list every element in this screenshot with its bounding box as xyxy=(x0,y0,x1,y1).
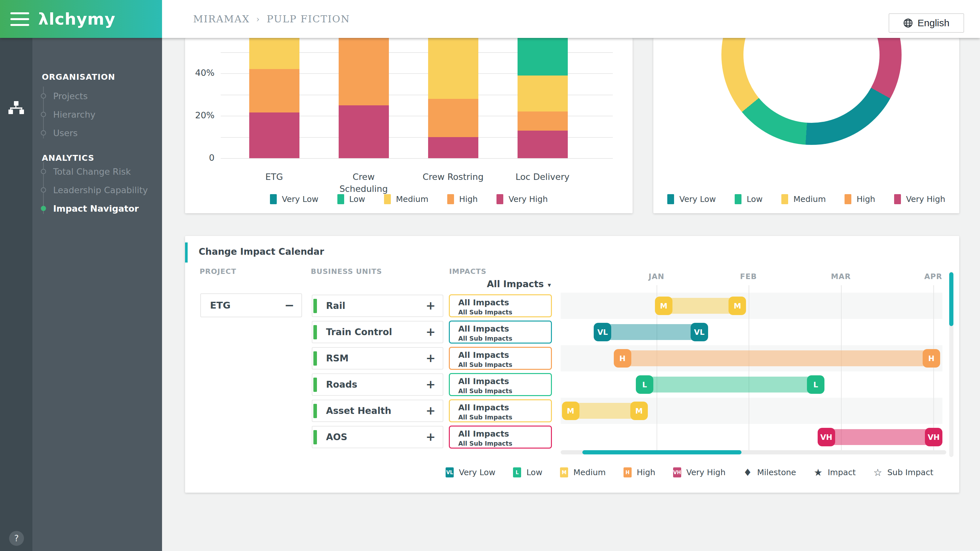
hierarchy-icon[interactable] xyxy=(8,101,24,117)
business-unit-accent-bar xyxy=(313,377,317,392)
business-unit-label: Roads xyxy=(326,379,357,390)
gantt-bar-end-handle[interactable]: VL xyxy=(690,323,708,341)
bar-segment-very_high xyxy=(339,105,389,159)
gantt-bar-end-handle[interactable]: M xyxy=(630,401,648,420)
expand-unit-button[interactable]: + xyxy=(426,351,436,365)
legend-item-medium: MMedium xyxy=(560,467,606,478)
gantt-bar-rail[interactable]: MM xyxy=(655,296,746,315)
expand-unit-button[interactable]: + xyxy=(426,299,436,312)
sidebar-item-total-change-risk[interactable]: Total Change Risk xyxy=(32,165,162,178)
help-button[interactable]: ? xyxy=(9,531,24,546)
column-header-impacts: IMPACTS xyxy=(449,268,487,276)
legend-swatch-medium xyxy=(384,194,391,204)
breadcrumb-item[interactable]: MIRAMAX xyxy=(193,13,250,25)
gantt-bar-start-handle[interactable]: M xyxy=(655,296,673,315)
project-card: ETG − xyxy=(200,293,302,317)
business-unit-accent-bar xyxy=(313,351,317,366)
impacts-filter-dropdown[interactable]: All Impacts▾ xyxy=(449,279,551,290)
gantt-bar-end-handle[interactable]: M xyxy=(729,296,746,315)
language-button[interactable]: English xyxy=(889,13,964,33)
impact-box-title: All Impacts xyxy=(458,377,509,386)
month-label-jan: JAN xyxy=(637,272,676,281)
business-unit-card-rsm[interactable]: RSM+ xyxy=(312,347,443,369)
business-unit-label: AOS xyxy=(326,432,347,443)
legend-label: Sub Impact xyxy=(887,468,933,477)
calendar-legend: VLVery LowLLowMMediumHHighVHVery High♦Mi… xyxy=(445,467,933,478)
business-unit-label: RSM xyxy=(326,353,349,364)
sidebar-item-users[interactable]: Users xyxy=(32,126,162,139)
business-unit-accent-bar xyxy=(313,325,317,339)
impact-box-aos[interactable]: All ImpactsAll Sub Impacts xyxy=(449,425,552,449)
gantt-bar-end-handle[interactable]: VH xyxy=(925,428,942,446)
business-unit-card-rail[interactable]: Rail+ xyxy=(312,295,443,317)
business-unit-card-aos[interactable]: AOS+ xyxy=(312,426,443,448)
business-unit-accent-bar xyxy=(313,404,317,418)
sidebar-item-impact-navigator[interactable]: Impact Navigator xyxy=(32,202,162,215)
y-axis-tick-label: 0 xyxy=(189,153,215,163)
gantt-bar-fill xyxy=(819,429,941,445)
business-unit-card-asset-health[interactable]: Asset Health+ xyxy=(312,400,443,422)
gantt-bar-rsm[interactable]: HH xyxy=(614,349,940,368)
icon-rail: ? DS xyxy=(0,38,32,551)
gantt-bar-end-handle[interactable]: H xyxy=(923,349,940,368)
expand-unit-button[interactable]: + xyxy=(426,430,436,443)
gantt-bar-end-handle[interactable]: L xyxy=(807,375,824,394)
expand-unit-button[interactable]: + xyxy=(426,404,436,417)
legend-label: Medium xyxy=(573,468,606,477)
gantt-bar-start-handle[interactable]: L xyxy=(636,375,653,394)
expand-unit-button[interactable]: + xyxy=(426,325,436,338)
active-dot-icon xyxy=(41,206,46,211)
vertical-scroll-thumb[interactable] xyxy=(949,272,953,326)
legend-label: Very High xyxy=(686,468,725,477)
bar-etg xyxy=(249,38,299,158)
impact-box-rsm[interactable]: All ImpactsAll Sub Impacts xyxy=(449,347,552,370)
impact-box-subtitle: All Sub Impacts xyxy=(458,414,512,421)
gantt-bar-start-handle[interactable]: M xyxy=(562,401,579,420)
business-unit-card-train-control[interactable]: Train Control+ xyxy=(312,321,443,343)
risk-donut-chart-card: Very LowLowMediumHighVery High xyxy=(653,38,959,213)
gantt-bar-asset-health[interactable]: MM xyxy=(562,401,648,420)
sidebar-item-leadership-capability[interactable]: Leadership Capability xyxy=(32,183,162,196)
legend-item: Very High xyxy=(894,194,945,204)
gantt-bar-start-handle[interactable]: H xyxy=(614,349,631,368)
change-impact-calendar-card: Change Impact Calendar PROJECT BUSINESS … xyxy=(185,236,959,493)
legend-label: Low xyxy=(349,194,365,204)
collapse-project-button[interactable]: − xyxy=(285,298,294,312)
breadcrumb-item[interactable]: PULP FICTION xyxy=(267,13,350,25)
gantt-horizontal-scrollbar[interactable] xyxy=(561,450,946,454)
gantt-bar-train-control[interactable]: VLVL xyxy=(594,323,708,341)
legend-label: Very High xyxy=(509,194,548,204)
month-gridline xyxy=(749,285,749,450)
gantt-bar-fill xyxy=(615,350,939,366)
legend-item: Very High xyxy=(496,194,548,204)
chart-legend: Very LowLowMediumHighVery High xyxy=(185,194,633,204)
sidebar-item-hierarchy[interactable]: Hierarchy xyxy=(32,108,162,121)
business-unit-card-roads[interactable]: Roads+ xyxy=(312,373,443,396)
brand-block: λlchymy xyxy=(0,0,162,38)
impact-box-rail[interactable]: All ImpactsAll Sub Impacts xyxy=(449,294,552,317)
project-name: ETG xyxy=(210,300,231,311)
bar-segment-very_high xyxy=(249,113,299,158)
gantt-vertical-scrollbar[interactable] xyxy=(949,272,953,457)
legend-label: Milestone xyxy=(757,468,796,477)
bar-segment-medium xyxy=(428,38,478,99)
sidebar-item-projects[interactable]: Projects xyxy=(32,89,162,102)
bullet-icon xyxy=(41,169,46,174)
impact-box-subtitle: All Sub Impacts xyxy=(458,309,512,316)
impact-box-asset-health[interactable]: All ImpactsAll Sub Impacts xyxy=(449,399,552,422)
legend-item-impact: ★Impact xyxy=(814,467,856,478)
legend-item-very_high: VHVery High xyxy=(673,467,725,478)
impact-box-subtitle: All Sub Impacts xyxy=(458,387,512,395)
horizontal-scroll-thumb[interactable] xyxy=(582,450,741,454)
month-label-feb: FEB xyxy=(729,272,768,281)
impact-box-roads[interactable]: All ImpactsAll Sub Impacts xyxy=(449,373,552,396)
gantt-bar-roads[interactable]: LL xyxy=(636,375,824,394)
impact-box-subtitle: All Sub Impacts xyxy=(458,440,512,447)
gantt-bar-start-handle[interactable]: VH xyxy=(818,428,835,446)
gantt-bar-aos[interactable]: VHVH xyxy=(818,428,942,446)
expand-unit-button[interactable]: + xyxy=(426,377,436,391)
impact-box-train-control[interactable]: All ImpactsAll Sub Impacts xyxy=(449,320,552,344)
gantt-bar-start-handle[interactable]: VL xyxy=(594,323,611,341)
chevron-down-icon: ▾ xyxy=(548,281,551,289)
hamburger-menu-icon[interactable] xyxy=(10,12,29,26)
